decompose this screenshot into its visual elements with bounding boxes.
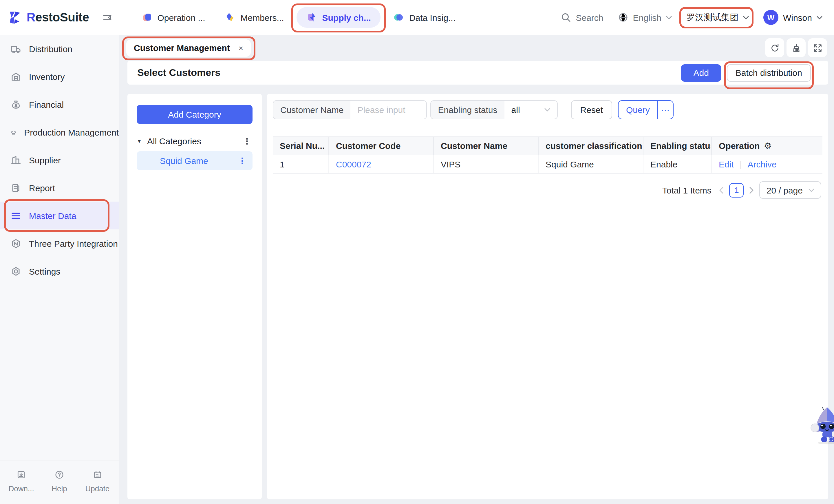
- footer-item-help[interactable]: Help: [40, 470, 78, 493]
- sidebar-item-distribution[interactable]: Distribution: [0, 35, 119, 63]
- search-icon: [561, 12, 571, 23]
- language-label: English: [633, 13, 661, 22]
- customer-name-filter: Customer Name: [273, 100, 427, 119]
- report-icon: [10, 182, 21, 193]
- search-label: Search: [576, 13, 603, 22]
- footer-item-label: Down...: [9, 484, 34, 493]
- reset-button[interactable]: Reset: [571, 100, 612, 119]
- customer-name-input[interactable]: [350, 101, 426, 119]
- sidebar-item-settings[interactable]: Settings: [0, 257, 119, 285]
- assistant-mascot[interactable]: [810, 406, 834, 445]
- tab-customer-management[interactable]: Customer Management ×: [126, 39, 251, 57]
- col-header-operation: Operation ⚙: [712, 137, 822, 155]
- page-header: Select Customers Add Batch distribution: [127, 61, 828, 85]
- edit-link[interactable]: Edit: [719, 159, 734, 169]
- next-page-button[interactable]: [749, 186, 754, 194]
- nav-item-supply-chain[interactable]: Supply ch...: [297, 7, 381, 28]
- customer-table-panel: Customer Name Enabling status all: [267, 94, 828, 499]
- chef-hat-icon: [10, 127, 17, 137]
- category-panel: Add Category ▾ All Categories ⋮ Squid Ga…: [127, 94, 262, 499]
- chevron-down-icon: [743, 15, 749, 19]
- page-size-value: 20 / page: [767, 185, 803, 195]
- query-button[interactable]: Query: [618, 101, 657, 119]
- customer-code-link[interactable]: C000072: [336, 159, 371, 169]
- shell: Distribution Inventory Financial: [0, 35, 834, 504]
- footer-item-download[interactable]: Down...: [2, 470, 40, 493]
- page-number-1[interactable]: 1: [729, 183, 744, 197]
- filter-actions: Reset Query ⋯: [571, 100, 674, 119]
- table-header-row: Serial Nu... Customer Code Customer Name…: [273, 137, 822, 155]
- sidebar-item-production-management[interactable]: Production Management: [0, 118, 119, 146]
- integration-icon: [10, 238, 21, 249]
- enabling-status-filter: Enabling status all: [430, 100, 557, 119]
- add-button[interactable]: Add: [681, 64, 721, 81]
- topbar-right: Search English 罗汉测试集团 W Winson: [561, 10, 822, 25]
- table-row: 1 C000072 VIPS Squid Game Enable Edit |: [273, 155, 822, 174]
- user-menu[interactable]: W Winson: [763, 10, 822, 25]
- category-item-squid-game[interactable]: Squid Game ⋮: [137, 151, 253, 170]
- category-tree-root[interactable]: ▾ All Categories ⋮: [137, 132, 253, 150]
- truck-icon: [10, 43, 21, 54]
- broom-icon: [791, 43, 801, 53]
- archive-link[interactable]: Archive: [748, 159, 777, 169]
- kebab-menu-icon[interactable]: ⋮: [243, 136, 251, 145]
- data-insight-icon: [394, 12, 404, 23]
- enabling-status-select[interactable]: all: [504, 101, 557, 119]
- help-icon: [54, 470, 64, 480]
- add-category-button[interactable]: Add Category: [137, 105, 253, 124]
- sidebar-collapse-icon[interactable]: [102, 12, 113, 23]
- refresh-button[interactable]: [765, 38, 784, 57]
- sidebar-item-financial[interactable]: Financial: [0, 90, 119, 118]
- logo-icon: [7, 10, 22, 25]
- page-content: Select Customers Add Batch distribution …: [127, 61, 828, 504]
- prev-page-button[interactable]: [719, 186, 724, 194]
- nav-item-data-insight[interactable]: Data Insig...: [387, 7, 462, 27]
- batch-distribution-label: Batch distribution: [736, 68, 802, 78]
- update-log-icon: [92, 470, 102, 480]
- global-search[interactable]: Search: [561, 12, 603, 23]
- footer-item-update[interactable]: Update: [79, 470, 116, 493]
- membership-icon: [225, 12, 236, 23]
- chevron-right-icon: [749, 186, 754, 194]
- cell-enabling-status: Enable: [643, 155, 712, 173]
- tab-bar-actions: [765, 38, 827, 57]
- category-item-label: Squid Game: [160, 156, 208, 166]
- expand-icon: [812, 43, 823, 53]
- nav-item-membership[interactable]: Members...: [218, 7, 291, 27]
- query-more-button[interactable]: ⋯: [657, 101, 673, 119]
- nav-label: Data Insig...: [409, 13, 456, 22]
- supply-chain-icon: [307, 12, 317, 23]
- language-selector[interactable]: English: [618, 12, 672, 23]
- page-size-select[interactable]: 20 / page: [760, 181, 821, 199]
- clear-cache-button[interactable]: [787, 38, 806, 57]
- organization-selector[interactable]: 罗汉测试集团: [686, 12, 749, 23]
- tab-close-icon[interactable]: ×: [239, 43, 243, 52]
- sidebar-item-label: Supplier: [29, 155, 61, 165]
- action-divider: |: [740, 159, 742, 169]
- sidebar-item-inventory[interactable]: Inventory: [0, 63, 119, 90]
- batch-distribution-button[interactable]: Batch distribution: [727, 64, 811, 81]
- sidebar-item-supplier[interactable]: Supplier: [0, 146, 119, 174]
- app-logo[interactable]: RestoSuite: [7, 10, 89, 25]
- col-header-customer-name: Customer Name: [434, 137, 539, 155]
- sidebar-item-label: Inventory: [29, 71, 65, 81]
- sidebar-item-three-party-integration[interactable]: Three Party Integration: [0, 229, 119, 257]
- col-header-classification: customer classification: [539, 137, 643, 155]
- app-root: RestoSuite Operation ... Memb: [0, 0, 834, 504]
- customer-name-filter-label: Customer Name: [273, 101, 350, 119]
- sidebar-item-label: Distribution: [29, 44, 72, 53]
- fullscreen-button[interactable]: [808, 38, 827, 57]
- cell-customer-name: VIPS: [434, 155, 539, 173]
- caret-down-icon[interactable]: ▾: [138, 137, 141, 144]
- sidebar-item-report[interactable]: Report: [0, 174, 119, 202]
- pagination-total: Total 1 Items: [662, 185, 711, 195]
- sidebar-item-label: Report: [29, 183, 55, 193]
- kebab-menu-icon[interactable]: ⋮: [238, 156, 247, 165]
- col-header-serial: Serial Nu...: [273, 137, 329, 155]
- column-settings-gear-icon[interactable]: ⚙: [764, 140, 772, 151]
- sidebar-item-master-data[interactable]: Master Data: [0, 202, 119, 229]
- customer-table: Serial Nu... Customer Code Customer Name…: [273, 136, 822, 174]
- col-header-customer-code: Customer Code: [329, 137, 434, 155]
- row-actions: Edit | Archive: [719, 159, 777, 169]
- nav-item-operation[interactable]: Operation ...: [135, 7, 212, 27]
